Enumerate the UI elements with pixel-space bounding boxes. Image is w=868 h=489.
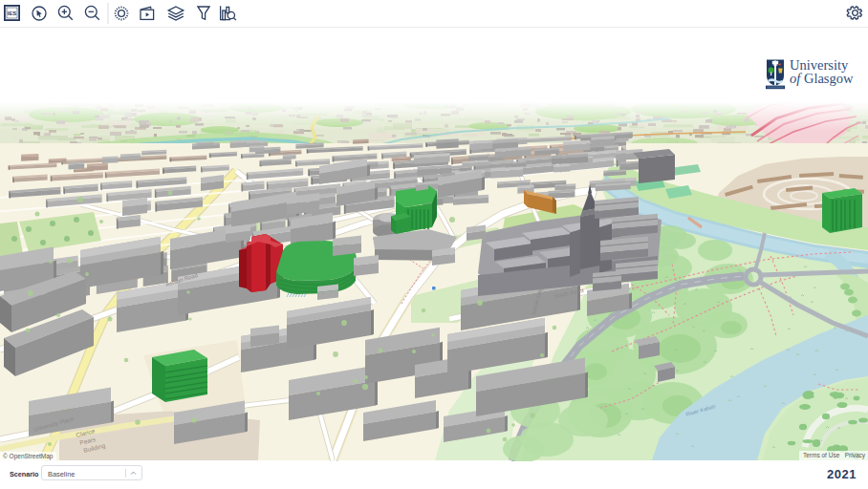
svg-text:IES: IES	[8, 11, 17, 16]
